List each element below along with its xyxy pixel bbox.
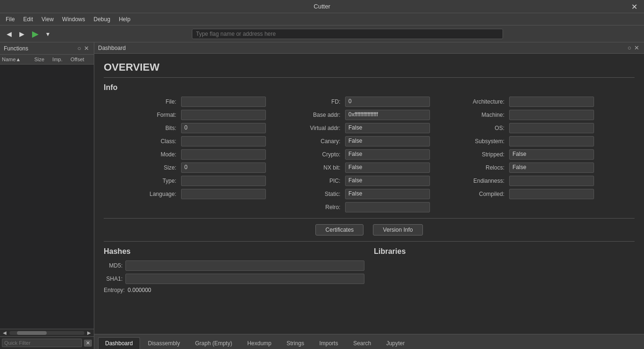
tab-search[interactable]: Search — [346, 337, 378, 349]
back-button[interactable]: ◀ — [4, 28, 15, 40]
format-value — [181, 110, 266, 120]
dashboard-header: Dashboard ○ ✕ — [94, 42, 644, 54]
version-info-button[interactable]: Version Info — [373, 224, 422, 235]
run-dropdown-button[interactable]: ▾ — [43, 28, 52, 40]
sha1-value — [125, 274, 364, 284]
functions-list — [0, 65, 94, 329]
tab-disassembly[interactable]: Disassembly — [141, 337, 187, 349]
entropy-label: Entropy: — [104, 287, 125, 293]
menu-help[interactable]: Help — [115, 15, 134, 24]
menu-view[interactable]: View — [38, 15, 58, 24]
language-value — [181, 189, 266, 199]
info-section-title: Info — [104, 83, 635, 92]
col-header-imp[interactable]: Imp. — [50, 56, 68, 63]
functions-panel-minimize[interactable]: ○ — [76, 45, 82, 52]
menu-edit[interactable]: Edit — [19, 15, 37, 24]
static-value: False — [345, 189, 430, 199]
bits-label: Bits: — [104, 125, 179, 131]
type-value — [181, 176, 266, 186]
tab-hexdump[interactable]: Hexdump — [240, 337, 278, 349]
sha1-row: SHA1: — [104, 274, 364, 284]
entropy-row: Entropy: 0.000000 — [104, 287, 364, 293]
info-grid: File: FD: 0 Architecture: Format: Base a… — [104, 97, 635, 212]
col-header-size[interactable]: Size — [33, 56, 50, 63]
machine-value — [509, 110, 594, 120]
quick-filter-bar: ✕ — [0, 336, 94, 349]
quick-filter-input[interactable] — [2, 339, 82, 347]
type-label: Type: — [104, 178, 179, 184]
crypto-label: Crypto: — [268, 151, 343, 158]
nxbit-label: NX bit: — [268, 164, 343, 171]
forward-button[interactable]: ▶ — [17, 28, 27, 40]
canary-label: Canary: — [268, 138, 343, 145]
entropy-value: 0.000000 — [128, 287, 151, 293]
pic-label: PIC: — [268, 178, 343, 184]
virtual-addr-value: False — [345, 123, 430, 133]
title-bar: Cutter ✕ — [0, 0, 644, 13]
tab-graph-empty[interactable]: Graph (Empty) — [188, 337, 239, 349]
format-label: Format: — [104, 112, 179, 118]
address-bar[interactable] — [192, 29, 503, 39]
functions-panel-close[interactable]: ✕ — [83, 45, 90, 52]
stripped-value: False — [509, 149, 594, 160]
scroll-right-button[interactable]: ▶ — [86, 330, 92, 335]
dashboard-panel-title: Dashboard — [98, 45, 126, 51]
tab-jupyter[interactable]: Jupyter — [379, 337, 412, 349]
menu-debug[interactable]: Debug — [90, 15, 114, 24]
right-panel: Dashboard ○ ✕ OVERVIEW Info File: FD: 0 … — [94, 42, 644, 349]
relro-value — [345, 202, 430, 212]
dashboard-minimize[interactable]: ○ — [627, 44, 632, 51]
bits-value: 0 — [181, 123, 266, 133]
architecture-value — [509, 97, 594, 107]
class-label: Class: — [104, 138, 179, 145]
scroll-thumb — [17, 331, 47, 335]
size-value: 0 — [181, 162, 266, 173]
hashes-title: Hashes — [104, 247, 364, 256]
md5-label: MD5: — [104, 262, 123, 269]
endianness-value — [509, 176, 594, 186]
os-value — [509, 123, 594, 133]
stripped-label: Stripped: — [432, 151, 507, 158]
menu-file[interactable]: File — [2, 15, 18, 24]
file-value — [181, 97, 266, 107]
relro-label: Relro: — [268, 204, 343, 211]
architecture-label: Architecture: — [432, 98, 507, 105]
window-close-button[interactable]: ✕ — [628, 1, 640, 12]
dashboard-close[interactable]: ✕ — [633, 44, 640, 51]
subsystem-value — [509, 136, 594, 146]
functions-panel: Functions ○ ✕ Name▲ Size Imp. Offset ◀ ▶… — [0, 42, 94, 349]
hashes-libraries-section: Hashes MD5: SHA1: Entropy: 0.000000 — [104, 247, 635, 293]
col-header-name[interactable]: Name▲ — [0, 56, 33, 63]
nxbit-value: False — [345, 162, 430, 173]
tab-strings[interactable]: Strings — [280, 337, 311, 349]
tab-bar: Dashboard Disassembly Graph (Empty) Hexd… — [94, 334, 644, 349]
scroll-left-button[interactable]: ◀ — [2, 330, 8, 335]
dashboard-content: OVERVIEW Info File: FD: 0 Architecture: … — [94, 54, 644, 334]
sha1-label: SHA1: — [104, 276, 123, 282]
sidebar-scrollbar[interactable]: ◀ ▶ — [0, 329, 94, 336]
mode-value — [181, 149, 266, 160]
functions-column-headers: Name▲ Size Imp. Offset — [0, 55, 94, 65]
action-buttons-row: Certificates Version Info — [104, 224, 635, 235]
mode-label: Mode: — [104, 151, 179, 158]
relocs-label: Relocs: — [432, 164, 507, 171]
tab-imports[interactable]: Imports — [312, 337, 345, 349]
main-area: Functions ○ ✕ Name▲ Size Imp. Offset ◀ ▶… — [0, 42, 644, 349]
scroll-track[interactable] — [9, 331, 84, 335]
hashes-section: Hashes MD5: SHA1: Entropy: 0.000000 — [104, 247, 364, 293]
compiled-value — [509, 189, 594, 199]
size-label: Size: — [104, 164, 179, 171]
run-button[interactable]: ▶ — [29, 27, 41, 41]
virtual-addr-label: Virtual addr: — [268, 125, 343, 131]
canary-value: False — [345, 136, 430, 146]
base-addr-value: 0xffffffffffffffff — [345, 110, 430, 120]
os-label: OS: — [432, 125, 507, 131]
tab-dashboard[interactable]: Dashboard — [98, 337, 140, 349]
clear-filter-button[interactable]: ✕ — [84, 340, 92, 347]
base-addr-label: Base addr: — [268, 112, 343, 118]
functions-panel-header: Functions ○ ✕ — [0, 42, 94, 55]
col-header-offset[interactable]: Offset — [68, 56, 94, 63]
menu-windows[interactable]: Windows — [58, 15, 89, 24]
file-label: File: — [104, 98, 179, 105]
certificates-button[interactable]: Certificates — [315, 224, 363, 235]
